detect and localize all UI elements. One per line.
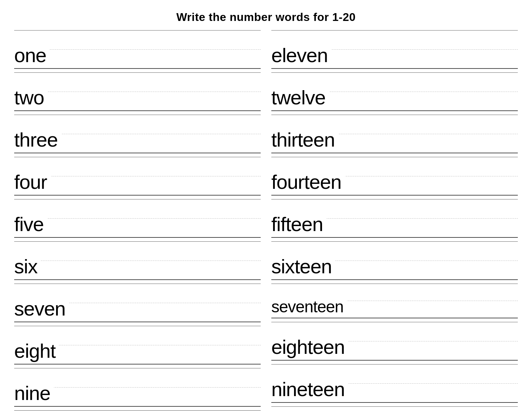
word-label-fifteen: fifteen [271, 213, 327, 237]
top-line-sixteen [271, 241, 518, 242]
entry-two: two [14, 72, 261, 113]
top-line-three [14, 115, 261, 115]
entry-four: four [14, 157, 261, 197]
entry-main-three: three [14, 115, 261, 153]
entry-eleven: eleven [271, 30, 518, 70]
entry-twenty: twenty [271, 406, 518, 411]
top-line-twenty [271, 406, 518, 407]
word-label-seventeen: seventeen [271, 297, 347, 318]
top-line-six [14, 241, 261, 242]
entry-main-nineteen: nineteen [271, 364, 518, 403]
word-label-five: five [14, 213, 47, 237]
entry-eight: eight [14, 326, 261, 366]
word-label-eight: eight [14, 339, 59, 364]
word-label-seven: seven [14, 297, 69, 322]
entry-main-fourteen: fourteen [271, 157, 518, 196]
two-column-layout: onetwothreefourfivesixseveneightnineten … [14, 30, 518, 411]
entry-nine: nine [14, 368, 261, 408]
entry-fourteen: fourteen [271, 157, 518, 197]
word-label-thirteen: thirteen [271, 128, 338, 153]
word-label-nineteen: nineteen [271, 378, 348, 402]
top-line-thirteen [271, 115, 518, 115]
left-column: onetwothreefourfivesixseveneightnineten [14, 30, 261, 411]
word-label-twelve: twelve [271, 86, 329, 110]
entry-nineteen: nineteen [271, 364, 518, 404]
entry-main-eleven: eleven [271, 30, 518, 69]
entry-seventeen: seventeen [271, 284, 518, 320]
top-line-fifteen [271, 199, 518, 199]
word-label-three: three [14, 128, 61, 153]
entry-eighteen: eighteen [271, 322, 518, 362]
page-title: Write the number words for 1-20 [14, 11, 518, 24]
top-line-fourteen [271, 157, 518, 157]
top-line-nine [14, 368, 261, 368]
entry-main-five: five [14, 199, 261, 238]
dashed-mid-two [14, 92, 261, 92]
entry-one: one [14, 30, 261, 70]
entry-main-four: four [14, 157, 261, 196]
dashed-mid-one [14, 49, 261, 50]
entry-main-fifteen: fifteen [271, 199, 518, 238]
entry-main-nine: nine [14, 368, 261, 407]
entry-main-two: two [14, 72, 261, 111]
dashed-mid-four [14, 176, 261, 176]
word-label-one: one [14, 44, 50, 68]
top-line-four [14, 157, 261, 157]
entry-main-twelve: twelve [271, 72, 518, 111]
entry-main-seven: seven [14, 284, 261, 322]
dashed-mid-six [14, 261, 261, 261]
word-label-sixteen: sixteen [271, 255, 335, 279]
top-line-eight [14, 326, 261, 326]
word-label-nine: nine [14, 382, 54, 406]
entry-main-sixteen: sixteen [271, 241, 518, 280]
top-line-one [14, 30, 261, 31]
top-line-ten [14, 410, 261, 411]
entry-main-seventeen: seventeen [271, 284, 518, 318]
top-line-seventeen [271, 284, 518, 284]
dashed-mid-five [14, 218, 261, 219]
entry-main-thirteen: thirteen [271, 115, 518, 153]
top-line-two [14, 72, 261, 73]
entry-twelve: twelve [271, 72, 518, 113]
entry-five: five [14, 199, 261, 239]
entry-main-six: six [14, 241, 261, 280]
top-line-five [14, 199, 261, 199]
word-label-six: six [14, 255, 41, 279]
entry-three: three [14, 115, 261, 155]
word-label-fourteen: fourteen [271, 170, 345, 195]
word-label-eleven: eleven [271, 44, 331, 68]
entry-main-eight: eight [14, 326, 261, 365]
word-label-eighteen: eighteen [271, 335, 348, 360]
word-label-two: two [14, 86, 48, 110]
top-line-nineteen [271, 364, 518, 365]
entry-main-twenty: twenty [271, 406, 518, 411]
top-line-eighteen [271, 322, 518, 322]
entry-main-one: one [14, 30, 261, 69]
entry-main-eighteen: eighteen [271, 322, 518, 361]
entry-seven: seven [14, 284, 261, 324]
right-column: eleventwelvethirteenfourteenfifteensixte… [271, 30, 518, 411]
entry-sixteen: sixteen [271, 241, 518, 281]
entry-thirteen: thirteen [271, 115, 518, 155]
top-line-eleven [271, 30, 518, 31]
entry-fifteen: fifteen [271, 199, 518, 239]
entry-six: six [14, 241, 261, 281]
worksheet: Write the number words for 1-20 onetwoth… [14, 11, 518, 411]
top-line-twelve [271, 72, 518, 73]
top-line-seven [14, 284, 261, 284]
word-label-four: four [14, 170, 51, 195]
